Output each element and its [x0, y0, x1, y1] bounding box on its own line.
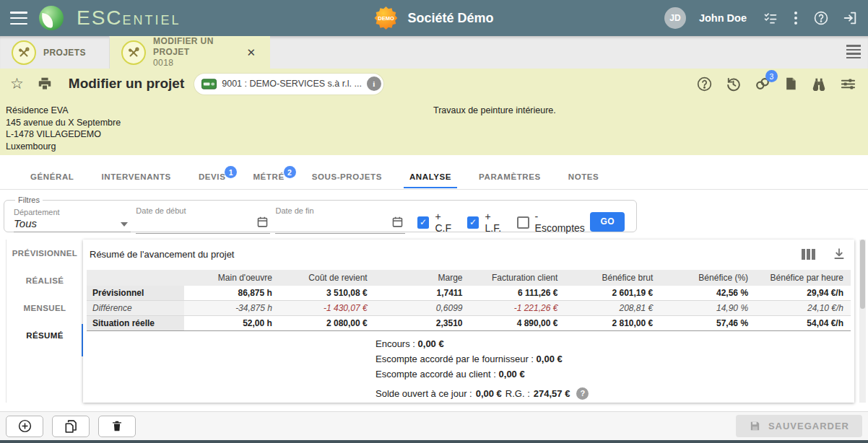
duplicate-button[interactable]: [52, 416, 90, 437]
window-tab-strip: PROJETS MODIFIER UN PROJET 0018 ✕: [0, 36, 868, 69]
tab-devis[interactable]: DEVIS1: [197, 165, 227, 188]
links-icon[interactable]: 3: [754, 76, 771, 92]
window-bottom-edge: [0, 440, 868, 443]
tasks-icon[interactable]: [763, 11, 778, 25]
tab-intervenants[interactable]: INTERVENANTS: [100, 165, 172, 188]
cell: 1,7411: [375, 286, 470, 301]
vertical-scrollbar[interactable]: [859, 240, 866, 403]
solde-line: Solde ouvert à ce jour : 0,00 € R.G. : 2…: [376, 386, 854, 401]
departement-label: Département: [14, 208, 131, 216]
table-header-row: Main d'oeuvre Coût de revient Marge Fact…: [87, 270, 851, 286]
info-icon[interactable]: i: [367, 76, 381, 91]
card-icon: [201, 79, 217, 89]
calendar-icon[interactable]: [391, 216, 404, 231]
cell: 29,94 €/h: [755, 286, 851, 301]
project-toolbar: ☆ Modifier un projet 9001 : DEMO-SERVICE…: [0, 69, 868, 99]
cell: 2 080,00 €: [279, 316, 375, 331]
table-row-previsionnel: Prévisionnel 86,875 h 3 510,08 € 1,7411 …: [87, 286, 851, 301]
history-icon[interactable]: [725, 76, 742, 92]
departement-select[interactable]: Département Tous: [14, 208, 131, 232]
tab-metre[interactable]: MÉTRÉ2: [251, 165, 285, 188]
col-benefice-heure: Bénéfice par heure: [755, 270, 851, 286]
avatar[interactable]: JD: [664, 7, 686, 29]
delete-button[interactable]: [98, 416, 136, 437]
col-main-doeuvre: Main d'oeuvre: [184, 270, 279, 286]
tab-analyse[interactable]: ANALYSE: [408, 165, 453, 188]
summary-value: 0,00 €: [418, 338, 444, 349]
col-marge: Marge: [375, 270, 470, 286]
summary-label: Escompte accordé par le fournisseur :: [376, 354, 534, 364]
col-facturation-client: Facturation client: [470, 270, 565, 286]
metre-count-badge: 2: [284, 166, 296, 178]
question-icon[interactable]: ?: [576, 387, 589, 400]
view-mensuel[interactable]: MENSUEL: [6, 294, 83, 322]
tab-devis-label: DEVIS: [199, 172, 226, 181]
menu-icon[interactable]: [10, 12, 27, 25]
project-toolbar-actions: 3: [696, 69, 856, 99]
demo-badge: DEMO: [374, 6, 397, 30]
date-debut-field[interactable]: Date de début: [136, 206, 270, 234]
summary-line: Escompte accordé au client : 0,00 €: [376, 367, 854, 382]
cell: 6 111,26 €: [470, 286, 565, 301]
binoculars-icon[interactable]: [810, 76, 828, 92]
summary-label: Encours :: [376, 338, 415, 349]
view-previsionnel[interactable]: PRÉVISIONNEL: [6, 240, 83, 267]
download-icon[interactable]: [833, 247, 846, 260]
calendar-icon[interactable]: [256, 216, 269, 231]
brand-logo: ESCENTIEL: [77, 6, 181, 30]
window-tab-modifier-projet[interactable]: MODIFIER UN PROJET 0018 ✕: [110, 36, 270, 69]
view-resume[interactable]: RÉSUMÉ: [6, 322, 83, 349]
brand-prefix: ESC: [77, 6, 123, 30]
checkbox-checked-icon: ✓: [417, 216, 430, 229]
columns-icon[interactable]: [802, 247, 815, 260]
summary-value: 0,00 €: [499, 369, 525, 380]
date-debut-label: Date de début: [136, 206, 270, 215]
save-label: SAUVEGARDER: [768, 421, 849, 431]
checkbox-lf[interactable]: ✓ + L.F.: [467, 211, 510, 234]
summary-label: Escompte accordé au client :: [376, 369, 496, 380]
favorite-icon[interactable]: ☆: [10, 75, 24, 92]
logout-icon[interactable]: [842, 10, 858, 26]
tab-list-icon[interactable]: [846, 45, 861, 58]
document-icon[interactable]: [784, 76, 798, 92]
scrollbar-thumb[interactable]: [860, 240, 865, 309]
tab-parametres[interactable]: PARAMÈTRES: [477, 165, 542, 188]
analysis-card: Résumé de l'avancement du projet Main d'…: [83, 240, 854, 403]
row-label: Différence: [87, 301, 184, 316]
tab-notes[interactable]: NOTES: [567, 165, 601, 188]
sliders-icon[interactable]: [840, 76, 856, 92]
tab-sous-projets[interactable]: SOUS-PROJETS: [311, 165, 383, 188]
checkbox-checked-icon: ✓: [467, 216, 479, 229]
table-row-difference: Différence -34,875 h -1 430,07 € 0,6099 …: [87, 301, 851, 316]
company-name: Société Démo: [407, 11, 493, 26]
cell: 52,00 h: [184, 316, 279, 331]
client-chip[interactable]: 9001 : DEMO-SERVICES s.à r.l. ... i: [194, 74, 383, 95]
copy-icon: [64, 419, 78, 434]
cell-negative: -1 430,07 €: [279, 301, 375, 316]
tab-general[interactable]: GÉNÉRAL: [29, 165, 75, 188]
cell: 208,81 €: [565, 301, 660, 316]
help-icon[interactable]: [813, 10, 829, 26]
checkbox-cf[interactable]: ✓ + C.F: [417, 211, 460, 234]
cell: -34,875 h: [184, 301, 279, 316]
client-chip-label: 9001 : DEMO-SERVICES s.à r.l. ...: [222, 79, 362, 89]
kebab-menu-icon[interactable]: [791, 12, 800, 25]
chevron-down-icon: [121, 222, 128, 227]
cell-negative: -1 221,26 €: [470, 301, 565, 316]
print-icon[interactable]: [37, 76, 53, 92]
close-icon[interactable]: ✕: [243, 45, 259, 61]
checkbox-lf-label: + L.F.: [485, 211, 509, 234]
go-button[interactable]: GO: [590, 212, 625, 232]
add-button[interactable]: [6, 416, 43, 437]
checkbox-escomptes[interactable]: - Escomptes: [517, 211, 591, 234]
row-label: Prévisionnel: [87, 286, 184, 301]
help-icon[interactable]: [696, 76, 713, 92]
card-title: Résumé de l'avancement du projet: [90, 249, 234, 260]
date-fin-field[interactable]: Date de fin: [275, 206, 404, 234]
header-actions: JD John Doe: [664, 0, 858, 36]
address-line: Résidence EVA: [6, 105, 121, 117]
view-realise[interactable]: RÉALISÉ: [6, 267, 83, 294]
save-button[interactable]: SAUVEGARDER: [736, 415, 862, 437]
window-tab-projets[interactable]: PROJETS: [0, 36, 110, 69]
user-name[interactable]: John Doe: [699, 12, 747, 24]
